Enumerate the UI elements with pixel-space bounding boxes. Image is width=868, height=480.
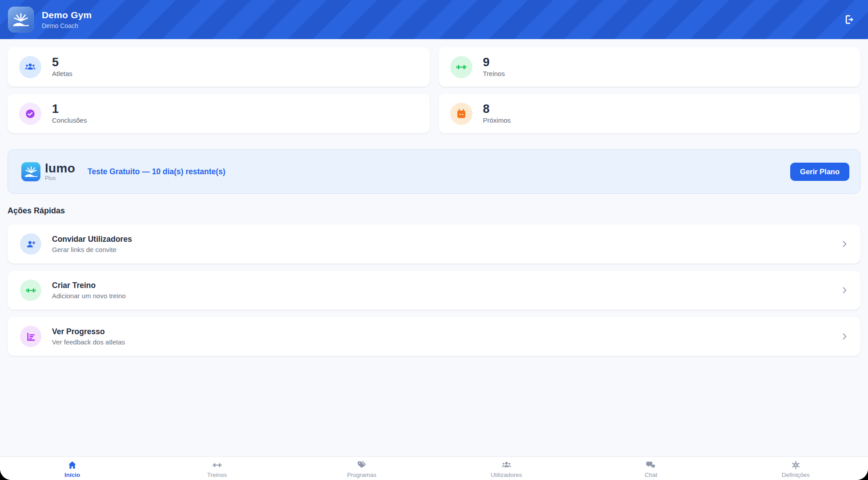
progress-chart-icon xyxy=(20,326,41,347)
stats-grid: 5 Atletas 9 Treinos xyxy=(8,47,860,133)
stat-label-athletes: Atletas xyxy=(52,70,72,77)
action-invite-users[interactable]: Convidar Utilizadores Gerar links de con… xyxy=(8,224,860,264)
nav-item-settings[interactable]: Definições xyxy=(724,457,868,480)
calendar-icon xyxy=(450,103,472,125)
nav-label: Programas xyxy=(347,472,376,478)
nav-item-workouts[interactable]: Treinos xyxy=(145,457,290,480)
nav-label: Definições xyxy=(782,472,810,478)
check-circle-icon xyxy=(19,103,41,125)
sign-out-icon xyxy=(843,14,855,25)
app-screen: Demo Gym Demo Coach xyxy=(0,0,868,480)
app-header: Demo Gym Demo Coach xyxy=(0,0,868,39)
header-titles: Demo Gym Demo Coach xyxy=(42,10,92,29)
chat-icon xyxy=(646,460,656,470)
dashboard: 5 Atletas 9 Treinos xyxy=(0,39,868,356)
stat-label-completions: Conclusões xyxy=(52,116,87,124)
nav-label: Utilizadores xyxy=(491,472,522,478)
sunburst-icon xyxy=(24,164,39,179)
nav-label: Início xyxy=(64,472,80,478)
action-subtitle: Ver feedback dos atletas xyxy=(52,338,125,346)
action-title: Ver Progresso xyxy=(52,327,125,336)
stat-card-athletes: 5 Atletas xyxy=(8,47,430,87)
lumo-plus-text: Plus xyxy=(45,176,75,181)
user-plus-icon xyxy=(20,233,41,255)
lumo-wordmark: lumo Plus xyxy=(45,162,75,181)
stat-label-upcoming: Próximos xyxy=(483,116,511,124)
chevron-right-icon xyxy=(840,240,849,248)
stat-label-workouts: Treinos xyxy=(483,70,505,77)
users-icon xyxy=(19,56,41,78)
manage-plan-button[interactable]: Gerir Plano xyxy=(790,163,849,181)
stat-card-completions: 1 Conclusões xyxy=(8,94,430,133)
coach-name: Demo Coach xyxy=(42,22,92,29)
nav-item-programs[interactable]: Programas xyxy=(289,457,434,480)
nav-item-home[interactable]: Início xyxy=(0,457,145,480)
action-create-workout[interactable]: Criar Treino Adicionar um novo treino xyxy=(8,271,860,310)
tags-icon xyxy=(356,460,367,470)
trial-banner: lumo Plus Teste Gratuito — 10 dia(s) res… xyxy=(8,149,860,194)
dumbbell-icon xyxy=(212,460,222,470)
bottom-nav: Início Treinos Programas xyxy=(0,456,868,480)
stat-card-upcoming: 8 Próximos xyxy=(439,94,861,133)
sunburst-icon xyxy=(11,10,31,29)
nav-item-users[interactable]: Utilizadores xyxy=(434,457,579,480)
stat-value-athletes: 5 xyxy=(52,56,72,68)
chevron-right-icon xyxy=(840,286,849,295)
stat-card-workouts: 9 Treinos xyxy=(439,47,861,87)
trial-message: Teste Gratuito — 10 dia(s) restante(s) xyxy=(88,167,225,176)
lumo-logo xyxy=(21,162,40,181)
dumbbell-icon xyxy=(450,56,472,78)
users-icon xyxy=(501,460,512,470)
gym-logo xyxy=(8,7,34,32)
logout-button[interactable] xyxy=(841,12,856,27)
action-title: Criar Treino xyxy=(52,281,126,290)
stat-value-upcoming: 8 xyxy=(483,103,511,115)
nav-label: Treinos xyxy=(207,472,227,478)
nav-item-chat[interactable]: Chat xyxy=(579,457,724,480)
stat-value-workouts: 9 xyxy=(483,56,505,68)
lumo-brand-text: lumo xyxy=(45,162,75,175)
action-view-progress[interactable]: Ver Progresso Ver feedback dos atletas xyxy=(8,317,860,356)
action-subtitle: Adicionar um novo treino xyxy=(52,292,126,300)
gear-icon xyxy=(791,460,801,470)
action-title: Convidar Utilizadores xyxy=(52,235,132,244)
nav-label: Chat xyxy=(644,472,657,478)
action-subtitle: Gerar links de convite xyxy=(52,246,132,253)
chevron-right-icon xyxy=(840,332,849,341)
dumbbell-icon xyxy=(20,280,41,301)
gym-name: Demo Gym xyxy=(42,10,92,20)
stat-value-completions: 1 xyxy=(52,103,87,115)
home-icon xyxy=(67,460,77,470)
quick-actions-title: Ações Rápidas xyxy=(8,206,860,216)
